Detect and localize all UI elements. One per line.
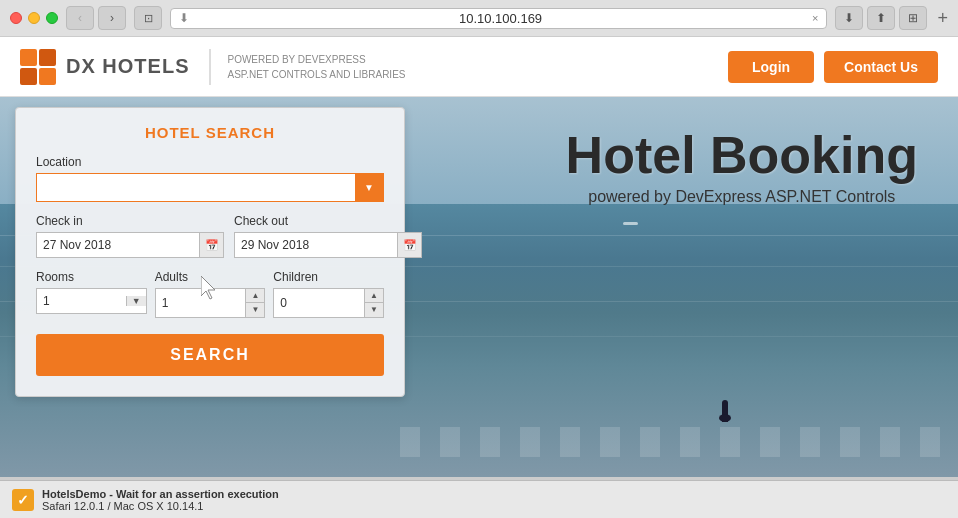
children-group: Children 0 ▲ ▼ [273, 270, 384, 318]
browser-titlebar: ‹ › ⊡ ⬇ × ⬇ ⬆ ⊞ + [0, 0, 958, 36]
logo-square-1 [20, 49, 37, 66]
hero-title: Hotel Booking [566, 127, 918, 184]
rooms-label: Rooms [36, 270, 147, 284]
tagline-line2: ASP.NET CONTROLS AND LIBRARIES [227, 67, 405, 82]
rooms-counter-wrap: 1 ▼ [36, 288, 147, 314]
browser-download-button[interactable]: ⬇ [835, 6, 863, 30]
checkout-calendar-button[interactable]: 📅 [397, 233, 421, 257]
browser-share-button[interactable]: ⬆ [867, 6, 895, 30]
adults-counter-wrap: 1 ▲ ▼ [155, 288, 266, 318]
adults-value: 1 [156, 291, 246, 315]
back-button[interactable]: ‹ [66, 6, 94, 30]
logo-area: DX HOTELS [20, 49, 211, 85]
browser-controls-right: ⬇ ⬆ ⊞ [835, 6, 927, 30]
browser-expand-button[interactable]: ⊞ [899, 6, 927, 30]
location-label: Location [36, 155, 384, 169]
clear-address-button[interactable]: × [812, 12, 818, 24]
maximize-window-button[interactable] [46, 12, 58, 24]
window-mode-button[interactable]: ⊡ [134, 6, 162, 30]
adults-increment-button[interactable]: ▲ [246, 289, 264, 303]
children-counter-wrap: 0 ▲ ▼ [273, 288, 384, 318]
checkout-group: Check out 📅 [234, 214, 422, 258]
status-bar: ✓ HotelsDemo - Wait for an assertion exe… [0, 480, 958, 518]
header-buttons: Login Contact Us [728, 51, 938, 83]
hero-section: Hotel Booking powered by DevExpress ASP.… [0, 97, 958, 477]
rooms-dropdown-button[interactable]: ▼ [126, 296, 146, 306]
children-decrement-button[interactable]: ▼ [365, 303, 383, 317]
minimize-window-button[interactable] [28, 12, 40, 24]
adults-group: Adults 1 ▲ ▼ [155, 270, 266, 318]
children-value: 0 [274, 291, 364, 315]
logo-square-3 [20, 68, 37, 85]
location-input-wrap: ▼ [36, 173, 384, 202]
adults-label: Adults [155, 270, 266, 284]
download-icon: ⬇ [179, 11, 189, 25]
contact-us-button[interactable]: Contact Us [824, 51, 938, 83]
rooms-value: 1 [37, 289, 126, 313]
status-check-icon: ✓ [17, 492, 29, 508]
hero-title-area: Hotel Booking powered by DevExpress ASP.… [566, 127, 918, 206]
checkout-input-wrap: 📅 [234, 232, 422, 258]
counters-row: Rooms 1 ▼ Adults 1 ▲ ▼ [36, 270, 384, 318]
status-icon: ✓ [12, 489, 34, 511]
status-title-text: HotelsDemo - Wait for an assertion execu… [42, 488, 279, 500]
location-input[interactable] [37, 174, 355, 201]
date-row: Check in 📅 Check out 📅 [36, 214, 384, 258]
logo-square-4 [39, 68, 56, 85]
address-bar-input[interactable] [195, 11, 806, 26]
nav-buttons: ‹ › [66, 6, 126, 30]
tagline: POWERED BY DEVEXPRESS ASP.NET CONTROLS A… [227, 52, 405, 82]
traffic-lights [10, 12, 58, 24]
page-content: DX HOTELS POWERED BY DEVEXPRESS ASP.NET … [0, 37, 958, 477]
checkin-input-wrap: 📅 [36, 232, 224, 258]
checkout-label: Check out [234, 214, 422, 228]
login-button[interactable]: Login [728, 51, 814, 83]
close-window-button[interactable] [10, 12, 22, 24]
adults-spinner: ▲ ▼ [245, 289, 264, 317]
children-increment-button[interactable]: ▲ [365, 289, 383, 303]
new-tab-button[interactable]: + [937, 8, 948, 29]
browser-chrome: ‹ › ⊡ ⬇ × ⬇ ⬆ ⊞ + [0, 0, 958, 37]
adults-decrement-button[interactable]: ▼ [246, 303, 264, 317]
location-group: Location ▼ [36, 155, 384, 202]
status-text-group: HotelsDemo - Wait for an assertion execu… [42, 488, 279, 512]
forward-button[interactable]: › [98, 6, 126, 30]
logo-square-2 [39, 49, 56, 66]
checkin-calendar-button[interactable]: 📅 [199, 233, 223, 257]
tagline-line1: POWERED BY DEVEXPRESS [227, 52, 405, 67]
location-dropdown-button[interactable]: ▼ [355, 174, 383, 201]
checkin-label: Check in [36, 214, 224, 228]
children-label: Children [273, 270, 384, 284]
status-subtitle: Safari 12.0.1 / Mac OS X 10.14.1 [42, 500, 279, 512]
logo-hotels: HOTELS [96, 55, 190, 77]
rooms-group: Rooms 1 ▼ [36, 270, 147, 318]
children-spinner: ▲ ▼ [364, 289, 383, 317]
search-panel: HOTEL SEARCH Location ▼ Check in 📅 [15, 107, 405, 397]
logo-dx: DX [66, 55, 96, 77]
checkout-input[interactable] [235, 233, 397, 257]
logo-icon [20, 49, 56, 85]
checkin-input[interactable] [37, 233, 199, 257]
status-title: HotelsDemo - Wait for an assertion execu… [42, 488, 279, 500]
checkin-group: Check in 📅 [36, 214, 224, 258]
address-bar-container: ⬇ × [170, 8, 827, 29]
search-button[interactable]: SEARCH [36, 334, 384, 376]
hero-subtitle: powered by DevExpress ASP.NET Controls [566, 188, 918, 206]
logo-text: DX HOTELS [66, 55, 189, 78]
search-panel-title: HOTEL SEARCH [36, 124, 384, 141]
site-header: DX HOTELS POWERED BY DEVEXPRESS ASP.NET … [0, 37, 958, 97]
